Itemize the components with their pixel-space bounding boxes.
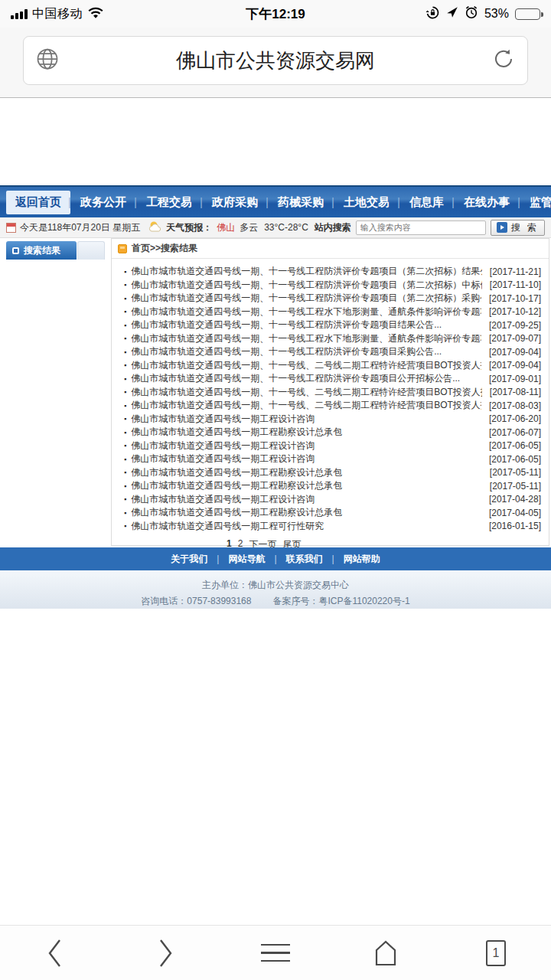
bullet-icon: ▪ — [124, 469, 126, 476]
result-title[interactable]: 佛山市城市轨道交通四号线一期工程勘察设计总承包 — [131, 466, 482, 479]
result-title[interactable]: 佛山市城市轨道交通四号线一期、十一号线、二号线二期工程特许经营项目BOT投资人招… — [131, 399, 481, 412]
result-row[interactable]: ▪ 佛山市城市轨道交通四号线一期工程勘察设计总承包 [2017-05-11] — [112, 479, 549, 493]
back-button[interactable] — [24, 930, 86, 976]
result-title[interactable]: 佛山市城市轨道交通四号线一期、十一号线工程防洪评价专题项目结果公告... — [131, 318, 481, 332]
bullet-icon: ▪ — [124, 495, 126, 503]
bullet-icon: ▪ — [124, 295, 126, 302]
result-row[interactable]: ▪ 佛山市城市轨道交通四号线一期、十一号线工程防洪评价专题项目（第二次招标）结果… — [112, 265, 549, 279]
bullet-icon: ▪ — [124, 415, 126, 423]
result-date: [2017-11-10] — [490, 279, 541, 290]
menu-button[interactable] — [245, 930, 306, 976]
battery-percent-label: 53% — [484, 7, 509, 21]
address-bar[interactable]: 佛山市公共资源交易网 — [23, 36, 528, 85]
result-title[interactable]: 佛山市城市轨道交通四号线一期、十一号线工程水下地形测量、通航条件影响评价专题项目… — [131, 332, 481, 345]
result-row[interactable]: ▪ 佛山市城市轨道交通四号线一期、十一号线、二号线二期工程特许经营项目BOT投资… — [112, 359, 549, 373]
result-title[interactable]: 佛山市城市轨道交通四号线一期、十一号线、二号线二期工程特许经营项目BOT投资人招… — [131, 359, 481, 372]
sidebar-tab-stub — [77, 241, 105, 260]
sidebar-tab-search-results[interactable]: 搜索结果 — [6, 241, 77, 260]
footer-link[interactable]: 网站帮助 — [344, 553, 380, 566]
result-row[interactable]: ▪ 佛山市城市轨道交通四号线一期、十一号线、二号线二期工程特许经营项目BOT投资… — [112, 386, 549, 400]
bullet-icon: ▪ — [124, 361, 126, 369]
result-title[interactable]: 佛山市城市轨道交通四号线一期工程设计咨询 — [131, 493, 481, 506]
result-row[interactable]: ▪ 佛山市城市轨道交通四号线一期工程设计咨询 [2017-04-28] — [112, 493, 549, 507]
result-row[interactable]: ▪ 佛山市城市轨道交通四号线一期工程勘察设计总承包 [2017-05-11] — [112, 466, 549, 480]
result-date: [2017-10-17] — [489, 293, 541, 304]
search-button[interactable]: 搜 索 — [491, 220, 545, 236]
nav-item[interactable]: 返回首页 — [6, 191, 70, 214]
weather-temp: 33°C-28°C — [264, 222, 308, 233]
result-date: [2017-08-11] — [490, 387, 541, 397]
result-title[interactable]: 佛山市城市轨道交通四号线一期、十一号线、二号线二期工程特许经营项目BOT投资人招… — [131, 386, 482, 399]
nav-item[interactable]: 信息库 — [399, 195, 454, 210]
result-title[interactable]: 佛山市城市轨道交通四号线一期、十一号线工程防洪评价专题项目（第二次招标）结果公告… — [131, 265, 482, 278]
result-date: [2017-05-11] — [490, 481, 541, 492]
bullet-icon: ▪ — [124, 456, 126, 463]
result-date: [2017-05-11] — [490, 467, 541, 478]
result-row[interactable]: ▪ 佛山市城市轨道交通四号线一期工程勘察设计总承包 [2017-06-07] — [112, 426, 549, 439]
nav-item[interactable]: 监管动态 — [520, 195, 551, 210]
result-date: [2017-09-04] — [489, 360, 541, 371]
footer-link[interactable]: 联系我们 — [286, 553, 344, 566]
bullet-icon: ▪ — [124, 429, 126, 436]
result-title[interactable]: 佛山市城市轨道交通四号线一期、十一号线工程水下地形测量、通航条件影响评价专题项目… — [131, 305, 481, 318]
result-title[interactable]: 佛山市城市轨道交通四号线一期工程设计咨询 — [131, 452, 481, 466]
result-row[interactable]: ▪ 佛山市城市轨道交通四号线一期、十一号线工程防洪评价专题项目采购公告... [… — [112, 345, 549, 359]
result-title[interactable]: 佛山市城市轨道交通四号线一期工程设计咨询 — [131, 439, 481, 452]
result-row[interactable]: ▪ 佛山市城市轨道交通四号线一期、十一号线工程水下地形测量、通航条件影响评价专题… — [112, 332, 549, 346]
footer-icp: 备案序号：粤ICP备11020220号-1 — [272, 596, 409, 606]
result-title[interactable]: 佛山市城市轨道交通四号线一期工程可行性研究 — [131, 520, 481, 533]
result-row[interactable]: ▪ 佛山市城市轨道交通四号线一期工程设计咨询 [2017-06-20] — [112, 413, 549, 426]
result-title[interactable]: 佛山市城市轨道交通四号线一期、十一号线工程防洪评价专题项目（第二次招标）中标候选… — [131, 279, 482, 292]
nav-item[interactable]: 在线办事 — [454, 195, 520, 210]
result-title[interactable]: 佛山市城市轨道交通四号线一期工程勘察设计总承包 — [131, 479, 482, 492]
footer-link[interactable]: 关于我们 — [171, 553, 228, 566]
result-date: [2017-06-20] — [489, 413, 541, 424]
result-row[interactable]: ▪ 佛山市城市轨道交通四号线一期工程设计咨询 [2017-06-05] — [112, 452, 549, 466]
result-row[interactable]: ▪ 佛山市城市轨道交通四号线一期、十一号线工程防洪评价专题项目（第二次招标）采购… — [112, 292, 549, 305]
status-bar: 中国移动 下午12:19 — [0, 0, 551, 28]
globe-icon — [36, 47, 59, 74]
alarm-clock-icon — [465, 5, 478, 22]
nav-item[interactable]: 工程交易 — [136, 195, 202, 210]
nav-item[interactable]: 政府采购 — [202, 195, 268, 210]
bullet-icon: ▪ — [124, 482, 126, 490]
result-row[interactable]: ▪ 佛山市城市轨道交通四号线一期工程可行性研究 [2016-01-15] — [112, 520, 549, 534]
nav-item[interactable]: 药械采购 — [268, 195, 334, 210]
result-date: [2017-06-07] — [489, 427, 541, 438]
home-button[interactable] — [355, 930, 416, 976]
result-row[interactable]: ▪ 佛山市城市轨道交通四号线一期、十一号线、二号线二期工程特许经营项目BOT投资… — [112, 399, 549, 413]
bullet-icon: ▪ — [124, 335, 126, 342]
result-title[interactable]: 佛山市城市轨道交通四号线一期工程设计咨询 — [131, 413, 481, 426]
tabs-button[interactable]: 1 — [465, 930, 527, 976]
bullet-icon: ▪ — [124, 348, 126, 356]
breadcrumb-icon — [118, 244, 127, 253]
result-row[interactable]: ▪ 佛山市城市轨道交通四号线一期工程设计咨询 [2017-06-05] — [112, 439, 549, 453]
result-title[interactable]: 佛山市城市轨道交通四号线一期、十一号线工程防洪评价专题项目（第二次招标）采购公告… — [131, 292, 481, 305]
tab-count-label: 1 — [493, 946, 500, 960]
result-title[interactable]: 佛山市城市轨道交通四号线一期、十一号线工程防洪评价专题项目采购公告... — [131, 345, 481, 358]
nav-item[interactable]: 土地交易 — [334, 195, 399, 210]
result-title[interactable]: 佛山市城市轨道交通四号线一期、十一号线工程防洪评价专题项目公开招标公告... — [131, 372, 481, 385]
search-arrow-icon — [497, 222, 507, 233]
result-row[interactable]: ▪ 佛山市城市轨道交通四号线一期、十一号线工程水下地形测量、通航条件影响评价专题… — [112, 305, 549, 319]
nav-item[interactable]: 政务公开 — [70, 195, 136, 210]
sidebar-tab-label: 搜索结果 — [24, 244, 60, 257]
result-row[interactable]: ▪ 佛山市城市轨道交通四号线一期、十一号线工程防洪评价专题项目结果公告... [… — [112, 318, 549, 332]
result-row[interactable]: ▪ 佛山市城市轨道交通四号线一期、十一号线工程防洪评价专题项目公开招标公告...… — [112, 372, 549, 386]
result-title[interactable]: 佛山市城市轨道交通四号线一期工程勘察设计总承包 — [131, 506, 481, 519]
result-row[interactable]: ▪ 佛山市城市轨道交通四号线一期、十一号线工程防洪评价专题项目（第二次招标）中标… — [112, 279, 549, 292]
bullet-icon: ▪ — [124, 442, 126, 449]
footer-link[interactable]: 网站导航 — [228, 553, 285, 566]
refresh-icon[interactable] — [492, 47, 515, 74]
result-date: [2017-06-05] — [489, 440, 541, 451]
results-panel: 首页>>搜索结果 ▪ 佛山市城市轨道交通四号线一期、十一号线工程防洪评价专题项目… — [111, 238, 549, 546]
bullet-icon: ▪ — [124, 375, 126, 383]
result-title[interactable]: 佛山市城市轨道交通四号线一期工程勘察设计总承包 — [131, 426, 481, 439]
forward-button[interactable] — [135, 930, 196, 976]
site-search-input[interactable] — [356, 220, 486, 235]
weather-city: 佛山 — [217, 221, 235, 234]
result-row[interactable]: ▪ 佛山市城市轨道交通四号线一期工程勘察设计总承包 [2017-04-05] — [112, 506, 549, 520]
calendar-icon — [6, 223, 16, 233]
browser-toolbar: 1 — [0, 925, 551, 980]
bullet-icon: ▪ — [124, 402, 126, 410]
